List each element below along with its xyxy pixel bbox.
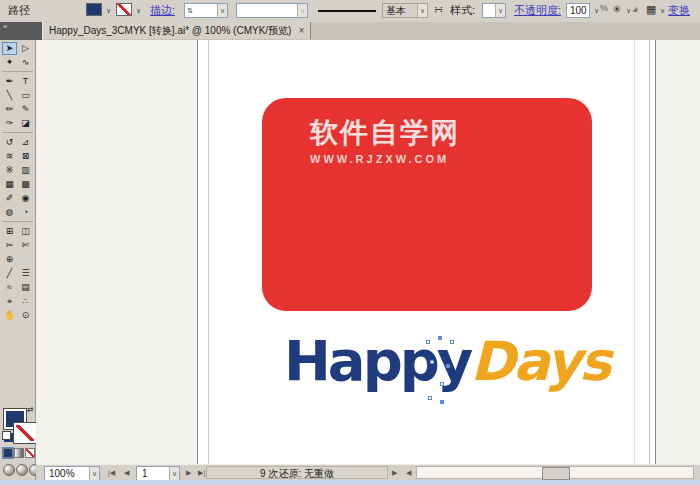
tool-direct-selection-tool[interactable]: ▷ — [18, 42, 33, 55]
tool-pen-tool[interactable]: ✒ — [2, 75, 17, 88]
tool-slice-selection-tool[interactable]: ✄ — [18, 239, 33, 252]
horizontal-scrollbar[interactable] — [416, 466, 694, 479]
tool-target-tool[interactable]: ⌖ — [2, 295, 17, 308]
default-fill-stroke-icon[interactable] — [2, 431, 11, 440]
canvas-area[interactable]: 软件自学网 WWW.RJZXW.COM HappyDays — [36, 40, 700, 464]
anchor-point[interactable] — [446, 364, 450, 368]
none-mode-button[interactable] — [25, 448, 35, 458]
align-panel-icon[interactable]: ▦ — [646, 3, 656, 16]
tool-knife-tool[interactable]: ╱ — [2, 267, 17, 280]
status-collapse-button[interactable]: ◀ — [406, 466, 411, 477]
tool-rotate-tool[interactable]: ↺ — [2, 136, 17, 149]
tool-gradient-tool[interactable]: ▩ — [18, 178, 33, 191]
tool-mesh-tool[interactable]: ▦ — [2, 178, 17, 191]
full-screen-menu-mode-icon[interactable] — [16, 464, 28, 476]
graph-options-icon[interactable]: ✳ — [612, 3, 621, 16]
tool-slice-tool[interactable]: ✂ — [2, 239, 17, 252]
tool-magic-wand-tool[interactable]: ✦ — [2, 56, 17, 69]
tool-paintbrush-tool[interactable]: ✏ — [2, 103, 17, 116]
tool-line-segment-tool[interactable]: ╲ — [2, 89, 17, 102]
tool-graph-tool[interactable]: ▤ — [18, 281, 33, 294]
brush-definition-combo[interactable]: 基本 ∨ — [382, 3, 428, 18]
tab-close-icon[interactable]: × — [298, 25, 304, 36]
tool-hand-tool[interactable]: ✋ — [2, 309, 17, 322]
document-tab[interactable]: Happy_Days_3CMYK [转换].ai* @ 100% (CMYK/预… — [42, 22, 311, 39]
reapply-icon[interactable]: ◕ — [632, 3, 639, 15]
next-artboard-button[interactable]: ▶ — [186, 466, 191, 477]
stroke-weight-chevron-icon[interactable]: ∨ — [217, 4, 227, 17]
align-chevron-icon[interactable]: ∨ — [660, 7, 665, 15]
stroke-swatch[interactable] — [13, 422, 37, 444]
artboard-chevron-icon[interactable]: ∨ — [169, 467, 179, 480]
tool-scale-tool[interactable]: ⊿ — [18, 136, 33, 149]
tool-rectangle-tool[interactable]: ▭ — [18, 89, 33, 102]
anchor-point[interactable] — [440, 400, 444, 404]
tool-selection-tool[interactable]: ➤ — [2, 42, 17, 55]
brush-chevron-icon[interactable]: ∨ — [417, 4, 427, 17]
stroke-color-swatch[interactable] — [116, 3, 132, 16]
anchor-point[interactable] — [450, 340, 454, 344]
first-artboard-button[interactable]: |◀ — [108, 466, 115, 477]
red-card-shape[interactable]: 软件自学网 WWW.RJZXW.COM — [262, 98, 592, 311]
previous-artboard-button[interactable]: ◀ — [124, 466, 129, 477]
tool-scatter-tool[interactable]: ∴ — [18, 295, 33, 308]
tool-width-tool[interactable]: ≋ — [2, 150, 17, 163]
anchor-point[interactable] — [440, 382, 444, 386]
tool-blend-tool[interactable]: ◉ — [18, 192, 33, 205]
tool-crosshair-tool[interactable]: ⊕ — [2, 253, 17, 266]
opacity-chevron-icon[interactable]: ∨ — [594, 7, 599, 15]
graphic-style-combo[interactable]: ∨ — [482, 3, 506, 18]
status-bar: 100% ∨ |◀ ◀ 1 ∨ ▶ ▶| 9 次还原: 无重做 ▶ ◀ — [36, 464, 700, 481]
tool-artboard-tool[interactable]: ◫ — [18, 225, 33, 238]
horizontal-scrollbar-thumb[interactable] — [542, 467, 570, 480]
tool-live-paint-bucket-tool[interactable]: ◍ — [2, 206, 17, 219]
swap-fill-stroke-icon[interactable]: ⇄ — [27, 405, 34, 414]
gradient-mode-button[interactable] — [14, 448, 24, 458]
tool-eraser-tool[interactable]: ◪ — [18, 117, 33, 130]
opacity-link[interactable]: 不透明度: — [514, 3, 561, 18]
stroke-panel-link[interactable]: 描边: — [150, 3, 175, 18]
normal-screen-mode-icon[interactable] — [3, 464, 15, 476]
fill-color-swatch[interactable] — [86, 3, 102, 16]
paint-mode-buttons — [3, 448, 35, 458]
graph-options-chevron-icon[interactable]: ∨ — [626, 7, 631, 15]
width-profile-combo[interactable]: ∨ — [236, 3, 308, 18]
stroke-weight-spinner-icon[interactable]: ⇅ — [185, 7, 193, 15]
recolor-artwork-icon[interactable]: ∺ — [434, 3, 443, 16]
anchor-point[interactable] — [430, 360, 434, 364]
tool-column-graph-tool[interactable]: ▥ — [18, 164, 33, 177]
color-mode-button[interactable] — [3, 448, 13, 458]
page-guide-line — [634, 40, 635, 464]
status-expand-button[interactable]: ▶ — [392, 466, 397, 477]
tool-pencil-tool[interactable]: ✎ — [18, 103, 33, 116]
zoom-level-combo[interactable]: 100% ∨ — [44, 466, 100, 481]
tool-lasso-tool[interactable]: ∿ — [18, 56, 33, 69]
style-chevron-icon[interactable]: ∨ — [495, 4, 505, 17]
tool-free-transform-tool[interactable]: ⊠ — [18, 150, 33, 163]
tool-blob-brush-tool[interactable]: ✑ — [2, 117, 17, 130]
tool-perspective-grid-tool[interactable]: ⊞ — [2, 225, 17, 238]
tool-symbol-sprayer-tool[interactable]: ※ — [2, 164, 17, 177]
happydays-logo[interactable]: HappyDays — [284, 328, 609, 393]
tool-live-paint-selection-tool[interactable]: ◔ — [18, 206, 33, 219]
opacity-field[interactable]: 100 — [566, 3, 590, 18]
tool-warp-tool[interactable]: ≈ — [2, 281, 17, 294]
tool-eyedropper-tool[interactable]: ✐ — [2, 192, 17, 205]
panel-collapse-block[interactable]: « — [0, 22, 42, 40]
artboard-number-combo[interactable]: 1 ∨ — [136, 466, 180, 481]
tool-measure-tool[interactable]: ☰ — [18, 267, 33, 280]
anchor-point[interactable] — [426, 340, 430, 344]
zoom-chevron-icon[interactable]: ∨ — [89, 467, 99, 480]
anchor-point[interactable] — [428, 396, 432, 400]
collapse-arrows-icon[interactable]: « — [3, 22, 7, 31]
logo-word-days[interactable]: Days — [470, 330, 609, 393]
tool-zoom-tool[interactable]: ⊙ — [18, 309, 33, 322]
last-artboard-button[interactable]: ▶| — [198, 466, 205, 477]
anchor-point[interactable] — [438, 336, 442, 340]
width-profile-chevron-icon[interactable]: ∨ — [297, 4, 307, 17]
fill-dropdown-icon[interactable]: ∨ — [106, 7, 111, 15]
stroke-weight-combo[interactable]: ⇅ ∨ — [184, 3, 228, 18]
transform-link[interactable]: 变换 — [668, 3, 690, 18]
tool-type-tool[interactable]: T — [18, 75, 33, 88]
stroke-dropdown-icon[interactable]: ∨ — [136, 7, 141, 15]
